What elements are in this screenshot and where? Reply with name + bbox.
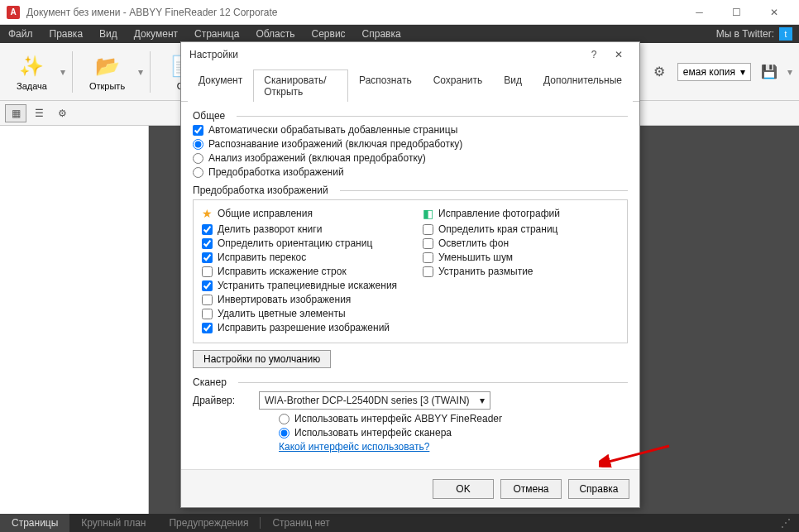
tab-advanced[interactable]: Дополнительные <box>533 69 633 102</box>
menu-service[interactable]: Сервис <box>304 25 354 43</box>
dropdown-icon[interactable]: ▾ <box>138 66 143 78</box>
tab-save[interactable]: Сохранить <box>423 69 494 102</box>
tab-view[interactable]: Вид <box>493 69 533 102</box>
driver-combo[interactable]: WIA-Brother DCP-L2540DN series [3 (TWAIN… <box>259 391 490 410</box>
view-thumbnails[interactable]: ▦ <box>5 104 26 122</box>
dialog-tabs: Документ Сканировать/Открыть Распознать … <box>181 69 639 102</box>
dialog-help-icon[interactable]: ? <box>581 49 606 60</box>
driver-label: Драйвер: <box>193 395 251 406</box>
status-nopages: Страниц нет <box>261 514 341 532</box>
star-icon: ★ <box>202 207 213 220</box>
menu-page[interactable]: Страница <box>186 25 247 43</box>
wand-icon: ✨ <box>18 53 45 79</box>
chevron-down-icon: ▾ <box>740 66 745 78</box>
chk-photo-1[interactable] <box>423 238 433 249</box>
status-bar: Страницы Крупный план Предупреждения Стр… <box>0 514 799 532</box>
radio-scanner-interface[interactable] <box>279 428 289 439</box>
preprocess-box: ★Общие исправления Делить разворот книги… <box>193 199 628 343</box>
dropdown-icon[interactable]: ▾ <box>787 66 792 78</box>
tab-document[interactable]: Документ <box>188 69 253 102</box>
chk-general-3[interactable] <box>202 266 213 277</box>
chk-photo-0[interactable] <box>423 224 433 235</box>
ok-button[interactable]: OK <box>433 479 494 499</box>
task-button[interactable]: ✨ Задача <box>7 50 57 94</box>
settings-dialog: Настройки ? ✕ Документ Сканировать/Откры… <box>180 41 640 508</box>
chk-auto-process[interactable] <box>193 125 203 136</box>
chk-general-7[interactable] <box>202 323 213 333</box>
chk-photo-3[interactable] <box>423 266 433 277</box>
view-settings[interactable]: ⚙ <box>51 104 73 122</box>
minimize-button[interactable]: ─ <box>681 0 718 25</box>
chk-general-5[interactable] <box>202 295 213 305</box>
menu-help[interactable]: Справка <box>354 25 409 43</box>
copy-type-combo[interactable]: емая копия▾ <box>677 63 751 81</box>
radio-preprocess[interactable] <box>193 167 203 178</box>
help-button[interactable]: Справка <box>568 479 629 499</box>
menu-bar: Файл Правка Вид Документ Страница Област… <box>0 25 799 43</box>
pages-panel <box>0 126 149 514</box>
cancel-button[interactable]: Отмена <box>500 479 562 499</box>
app-icon: A <box>7 6 20 19</box>
radio-recognize[interactable] <box>193 139 203 150</box>
status-resize-grip[interactable]: ⋰ <box>781 517 799 529</box>
dialog-close-icon[interactable]: ✕ <box>606 49 631 60</box>
photo-icon: ◧ <box>423 207 433 220</box>
open-button[interactable]: 📂 Открыть <box>79 50 135 94</box>
menu-file[interactable]: Файл <box>0 25 41 43</box>
group-preprocess: Предобработка изображений <box>193 185 328 196</box>
close-button[interactable]: ✕ <box>755 0 792 25</box>
status-warnings-tab[interactable]: Предупреждения <box>157 514 260 532</box>
status-pages-tab[interactable]: Страницы <box>0 514 69 532</box>
chk-general-0[interactable] <box>202 224 213 235</box>
view-details[interactable]: ☰ <box>28 104 50 122</box>
twitter-icon[interactable]: t <box>779 27 792 41</box>
dropdown-icon[interactable]: ▾ <box>60 66 65 78</box>
chk-general-1[interactable] <box>202 238 213 249</box>
chk-photo-2[interactable] <box>423 252 433 263</box>
defaults-button[interactable]: Настройки по умолчанию <box>193 350 331 368</box>
status-zoom-tab[interactable]: Крупный план <box>69 514 157 532</box>
save-icon[interactable]: 💾 <box>758 60 781 84</box>
radio-analyze[interactable] <box>193 153 203 164</box>
menu-edit[interactable]: Правка <box>41 25 92 43</box>
menu-area[interactable]: Область <box>247 25 303 43</box>
tab-recognize[interactable]: Распознать <box>348 69 423 102</box>
menu-document[interactable]: Документ <box>126 25 186 43</box>
group-general: Общее <box>193 110 225 122</box>
chevron-down-icon: ▾ <box>480 395 485 406</box>
chk-general-2[interactable] <box>202 252 213 263</box>
window-title: Документ без имени - ABBYY FineReader 12… <box>26 7 277 18</box>
chk-general-4[interactable] <box>202 280 213 291</box>
maximize-button[interactable]: ☐ <box>718 0 755 25</box>
dialog-title: Настройки <box>189 49 238 60</box>
which-interface-link[interactable]: Какой интерфейс использовать? <box>279 441 429 453</box>
radio-abbyy-interface[interactable] <box>279 414 289 424</box>
settings-icon[interactable]: ⚙ <box>648 60 671 84</box>
menu-view[interactable]: Вид <box>91 25 126 43</box>
tab-scan-open[interactable]: Сканировать/Открыть <box>253 69 348 102</box>
group-scanner: Сканер <box>193 376 227 388</box>
twitter-label: Мы в Twitter: <box>716 28 774 40</box>
chk-general-6[interactable] <box>202 309 213 319</box>
folder-icon: 📂 <box>94 53 121 79</box>
